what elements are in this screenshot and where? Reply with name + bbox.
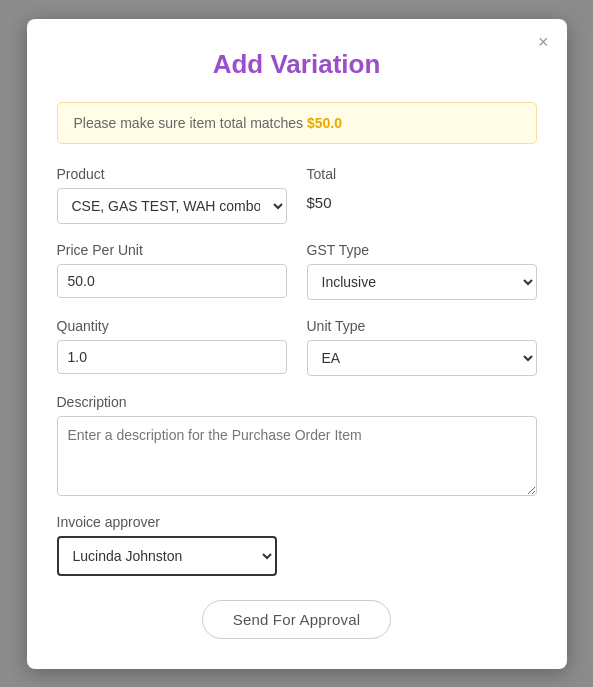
product-group: Product CSE, GAS TEST, WAH combo - (57, 166, 287, 224)
modal-backdrop: × Add Variation Please make sure item to… (0, 0, 593, 687)
close-button[interactable]: × (538, 33, 549, 51)
quantity-unit-row: Quantity Unit Type EA Each Hour (57, 318, 537, 376)
description-textarea[interactable] (57, 416, 537, 496)
unit-type-select[interactable]: EA Each Hour (307, 340, 537, 376)
invoice-approver-select[interactable]: Lucinda Johnston (57, 536, 277, 576)
gst-type-label: GST Type (307, 242, 537, 258)
invoice-approver-label: Invoice approver (57, 514, 537, 530)
total-value: $50 (307, 188, 537, 211)
description-label: Description (57, 394, 537, 410)
gst-type-select[interactable]: Inclusive Exclusive (307, 264, 537, 300)
price-per-unit-input[interactable] (57, 264, 287, 298)
send-for-approval-button[interactable]: Send For Approval (202, 600, 392, 639)
unit-type-group: Unit Type EA Each Hour (307, 318, 537, 376)
alert-text-before: Please make sure item total matches (74, 115, 307, 131)
total-group: Total $50 (307, 166, 537, 224)
description-group: Description (57, 394, 537, 496)
price-per-unit-label: Price Per Unit (57, 242, 287, 258)
unit-type-label: Unit Type (307, 318, 537, 334)
quantity-group: Quantity (57, 318, 287, 376)
invoice-approver-group: Invoice approver Lucinda Johnston (57, 514, 537, 576)
product-total-row: Product CSE, GAS TEST, WAH combo - Total… (57, 166, 537, 224)
alert-highlight: $50.0 (307, 115, 342, 131)
price-gst-row: Price Per Unit GST Type Inclusive Exclus… (57, 242, 537, 300)
product-select[interactable]: CSE, GAS TEST, WAH combo - (57, 188, 287, 224)
alert-banner: Please make sure item total matches $50.… (57, 102, 537, 144)
modal-title: Add Variation (57, 49, 537, 80)
gst-type-group: GST Type Inclusive Exclusive (307, 242, 537, 300)
add-variation-modal: × Add Variation Please make sure item to… (27, 19, 567, 669)
price-per-unit-group: Price Per Unit (57, 242, 287, 300)
quantity-label: Quantity (57, 318, 287, 334)
product-label: Product (57, 166, 287, 182)
quantity-input[interactable] (57, 340, 287, 374)
total-label: Total (307, 166, 537, 182)
